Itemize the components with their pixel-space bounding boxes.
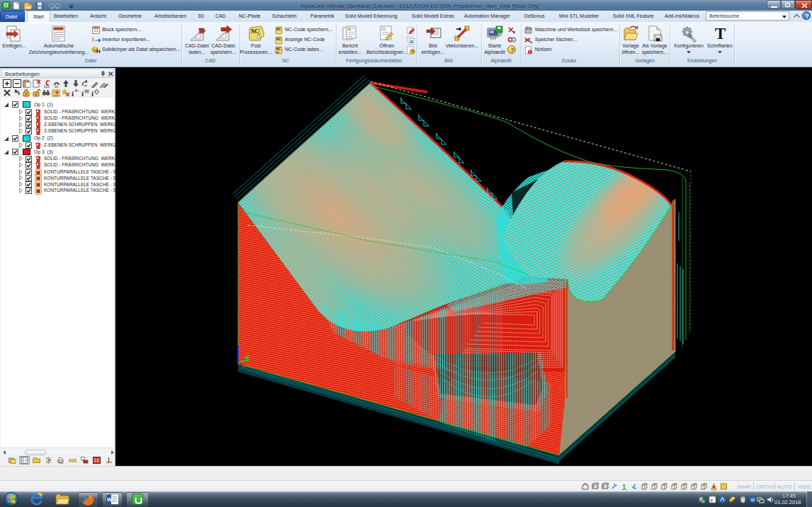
svg-text:!: !	[529, 50, 531, 55]
svg-text:W: W	[107, 496, 113, 503]
svg-text:?: ?	[412, 50, 415, 54]
svg-text:123: 123	[44, 85, 50, 89]
svg-text:NC: NC	[251, 28, 259, 35]
svg-text:i: i	[81, 89, 84, 97]
svg-text:H: H	[96, 48, 101, 54]
svg-text:i: i	[72, 89, 74, 97]
svg-text:000: 000	[69, 458, 77, 463]
svg-text:NC: NC	[276, 38, 281, 41]
svg-text:123: 123	[54, 93, 59, 97]
svg-text:U: U	[751, 498, 754, 502]
svg-text:NC: NC	[276, 28, 281, 31]
svg-text:12: 12	[55, 85, 59, 89]
svg-text:i: i	[91, 89, 94, 97]
svg-text:e: e	[710, 497, 713, 503]
svg-text:NC: NC	[276, 47, 281, 51]
